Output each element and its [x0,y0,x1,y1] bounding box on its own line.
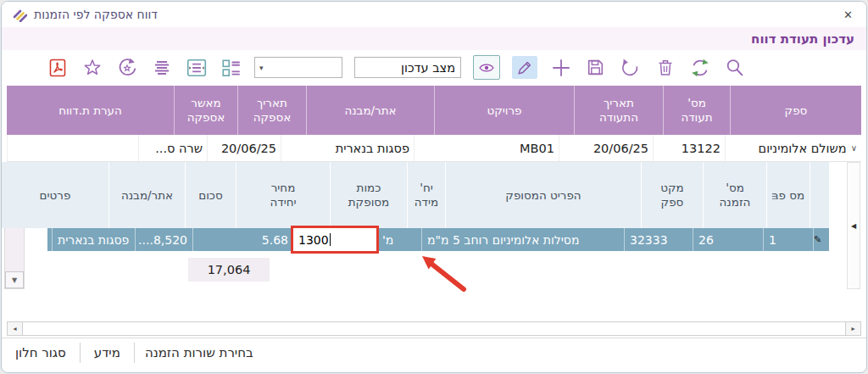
star-icon [82,58,103,78]
col-supplied-item[interactable]: הפריט המסופק [445,162,641,228]
chevron-down-icon: ∨ [851,143,857,153]
combo-arrow-icon: ▾ [259,64,264,72]
search-button[interactable] [723,56,746,79]
edit-button[interactable] [512,56,537,79]
report-lines-button[interactable] [150,56,173,79]
panel-collapse-handle[interactable]: ◀ [847,162,860,289]
order-lines-header-row: מס פר מס' הזמנה מקט ספק הפריט המסופק יח'… [47,162,829,228]
col-total[interactable]: סכום [185,162,236,228]
save-button[interactable] [584,56,607,79]
sort-icon [771,193,779,200]
report-window: דווח אספקה לפי הזמנות ✕ עדכון תעודת דווח [1,1,867,373]
col-report-note: הערת ת.דווח [7,86,174,135]
favorite-button[interactable] [81,56,103,79]
pencil-edit-icon: ✎ [814,234,821,245]
boxed-lines-button[interactable] [185,56,208,79]
undo-button[interactable] [619,56,642,79]
col-details[interactable]: פרטים [1,162,108,228]
row-edit-indicator: ✎ [813,228,829,251]
col-order-number[interactable]: מס' הזמנה [703,162,766,228]
supplier-value: משולם אלומיניום [759,142,847,155]
totals-row: 17,064 [47,258,829,282]
order-number-cell[interactable]: 26 [693,228,763,251]
col-supplier: ספק [730,86,861,135]
scroll-left-button[interactable]: ◂ [8,322,23,335]
window-title: דווח אספקה לפי הזמנות [34,8,158,21]
qty-supplied-input[interactable]: 1300 [293,228,376,251]
pencil-icon [515,59,534,77]
close-window-button[interactable]: סגור חלון [2,338,80,367]
pdf-icon [47,58,68,78]
floppy-save-icon [585,57,606,78]
col-line-number[interactable]: מס פר [766,162,810,228]
horizontal-scrollbar[interactable]: ◂ ▸ [7,321,861,336]
col-supplier-sku[interactable]: מקט ספק [641,162,703,228]
site-cell[interactable]: פסגות בנארית [281,135,414,161]
line-number-cell[interactable]: 1 [763,228,813,251]
totals-spacer [270,258,829,282]
col-line-site[interactable]: אתר/מבנה [108,162,185,228]
horizontal-scrollbar-thumb[interactable] [23,322,845,335]
unit-cell[interactable]: מ' [376,228,421,251]
framed-lines-icon [186,57,208,79]
report-note-cell[interactable] [7,135,138,161]
delete-button[interactable] [654,56,676,79]
col-site: אתר/מבנה [306,86,434,135]
close-icon[interactable]: ✕ [838,7,858,23]
document-header-table: ספק מס' תעודה תאריך התעודה פרויקט אתר/מב… [7,86,861,162]
document-data-row: ∨ משולם אלומיניום 13122 20/06/25 MB01 פס… [7,135,861,162]
report-type-combobox[interactable]: ▾ [254,57,342,78]
search-icon [724,57,745,78]
status-hint: בחירת שורות הזמנה [135,338,866,367]
col-supply-approver: מאשר אספקה [174,86,237,135]
supplied-item-cell[interactable]: מסילות אלומיניום רוחב 5 מ"מ [421,228,624,251]
supply-date-cell[interactable]: 20/06/25 [207,135,281,161]
page-title: עדכון תעודת דווח [751,31,854,47]
approver-cell[interactable]: שרה ס... [138,135,207,161]
plus-icon [550,57,572,79]
scroll-down-button[interactable]: ▼ [5,271,24,288]
scroll-left-icon: ◂ [13,325,16,332]
scroll-down-icon: ▼ [12,276,17,284]
col-doc-date: תאריך התעודה [574,86,663,135]
project-cell[interactable]: MB01 [414,135,559,161]
col-unit[interactable]: יח' מידה [407,162,445,228]
checklist-button[interactable] [220,56,242,79]
app-stripes-icon [12,7,27,22]
row-selector-header [810,162,829,228]
doc-number-cell[interactable]: 13122 [653,135,725,161]
pdf-export-button[interactable] [46,56,69,79]
scroll-right-button[interactable]: ▸ [845,322,860,335]
col-supply-date: תאריך אספקה [237,86,306,135]
scroll-right-icon: ▸ [851,325,854,332]
refresh-button[interactable] [688,56,711,79]
status-bar: סגור חלון מידע בחירת שורות הזמנה [2,338,866,367]
qty-value: 1300 [298,233,331,247]
preview-button[interactable] [473,55,500,80]
toolbar: ▾ מצב עדכון [2,50,866,85]
line-site-cell[interactable]: פסגות בנארית [52,228,135,251]
revert-favorite-button[interactable] [115,56,138,79]
col-qty-supplied[interactable]: כמות מסופקת [330,162,407,228]
collapse-left-icon: ◀ [851,222,856,230]
grand-total: 17,064 [188,258,270,282]
subtitle-bar: עדכון תעודת דווח [2,27,866,50]
refresh-icon [689,57,711,79]
total-cell[interactable]: 8,520.... [135,228,192,251]
unit-price-cell[interactable]: 5.68 [192,228,293,251]
selected-order-line-row[interactable]: ✎ 1 26 32333 מסילות אלומיניום רוחב 5 מ"מ… [47,228,829,251]
undo-star-icon [116,57,138,79]
doc-date-cell[interactable]: 20/06/25 [559,135,653,161]
trash-icon [655,58,676,78]
info-button[interactable]: מידע [81,338,134,367]
document-header-row: ספק מס' תעודה תאריך התעודה פרויקט אתר/מב… [7,86,861,135]
mode-indicator-field: מצב עדכון [354,57,461,78]
col-project: פרויקט [434,86,574,135]
checklist-icon [220,57,242,79]
undo-arrow-icon [620,57,641,78]
order-lines-region: ▲ ▼ מס פר מס' הזמנה מקט ספק הפריט המסופק [2,162,866,320]
supplier-dropdown-cell[interactable]: ∨ משולם אלומיניום [725,135,861,161]
add-row-button[interactable] [549,56,572,79]
supplier-sku-cell[interactable]: 32333 [624,228,693,251]
col-unit-price[interactable]: מחיר יחידה [236,162,330,228]
